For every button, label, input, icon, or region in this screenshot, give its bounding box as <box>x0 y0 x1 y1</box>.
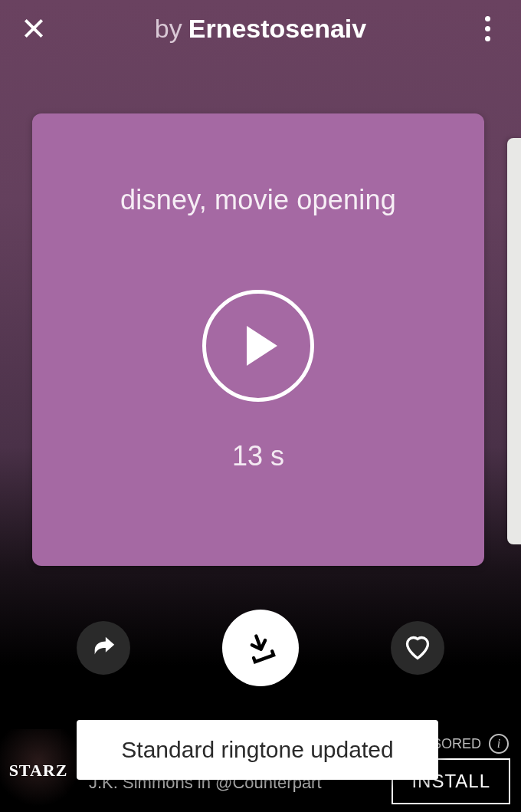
author-name[interactable]: Ernestosenaiv <box>188 14 366 44</box>
info-icon[interactable]: i <box>489 734 509 754</box>
toast-message: Standard ringtone updated <box>77 720 438 780</box>
by-label: by <box>155 14 182 44</box>
share-arrow-icon <box>90 635 116 661</box>
ad-sponsored-row: SORED i <box>432 734 509 754</box>
set-ringtone-button[interactable] <box>222 610 299 686</box>
duration-label: 13 s <box>232 440 284 472</box>
play-icon <box>247 326 277 366</box>
ringtone-card[interactable]: disney, movie opening 13 s <box>32 113 484 566</box>
favorite-button[interactable] <box>391 621 444 675</box>
close-icon <box>21 16 46 41</box>
close-button[interactable] <box>18 13 49 44</box>
header: by Ernestosenaiv <box>0 0 521 57</box>
ringtone-title: disney, movie opening <box>120 184 396 216</box>
action-bar <box>0 606 521 690</box>
page-title: by Ernestosenaiv <box>155 14 366 44</box>
more-options-button[interactable] <box>472 13 503 44</box>
ad-logo: STARZ <box>0 729 77 812</box>
screen: by Ernestosenaiv disney, movie opening 1… <box>0 0 521 812</box>
sponsored-label: SORED <box>432 736 481 752</box>
share-button[interactable] <box>77 621 130 675</box>
heart-icon <box>404 634 431 662</box>
download-set-icon <box>244 631 277 665</box>
play-button[interactable] <box>202 290 314 402</box>
more-vertical-icon <box>485 16 490 41</box>
next-card-peek[interactable] <box>507 138 521 544</box>
